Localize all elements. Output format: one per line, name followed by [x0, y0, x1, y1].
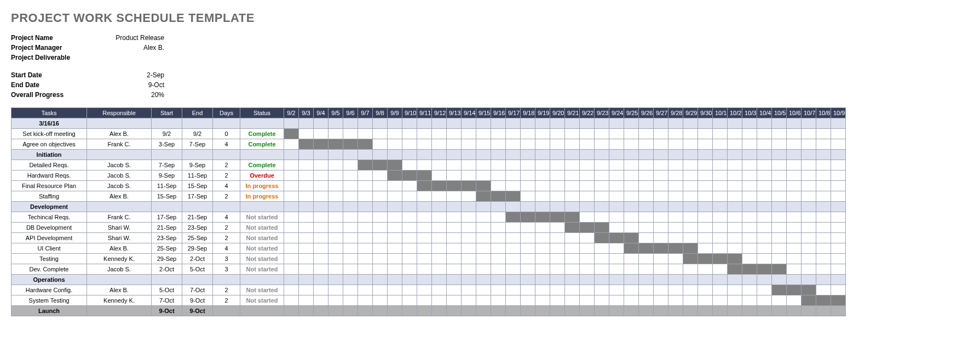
gantt-cell	[550, 306, 565, 316]
col-start: Start	[152, 108, 182, 118]
gantt-bar-cell	[639, 243, 654, 254]
gantt-cell	[343, 160, 358, 170]
section-cell	[152, 275, 182, 285]
gantt-cell	[447, 306, 462, 316]
gantt-cell	[639, 181, 654, 191]
col-date: 9/3	[299, 108, 314, 118]
col-date: 9/20	[550, 108, 565, 118]
gantt-cell	[802, 264, 816, 275]
gantt-cell	[284, 118, 299, 129]
gantt-cell	[639, 129, 654, 139]
gantt-cell	[402, 233, 417, 243]
gantt-cell	[314, 233, 328, 243]
gantt-cell	[373, 306, 388, 316]
gantt-cell	[521, 254, 535, 264]
gantt-cell	[816, 150, 831, 160]
gantt-cell	[432, 243, 447, 254]
gantt-cell	[609, 150, 624, 160]
gantt-cell	[373, 243, 388, 254]
gantt-cell	[565, 202, 580, 212]
gantt-cell	[535, 233, 550, 243]
task-cell: Hardware Config.	[11, 285, 87, 295]
gantt-cell	[358, 223, 373, 233]
gantt-cell	[521, 243, 535, 254]
gantt-cell	[609, 191, 624, 202]
gantt-cell	[476, 233, 491, 243]
gantt-cell	[388, 285, 402, 295]
gantt-cell	[787, 150, 802, 160]
table-header-row: Tasks Responsible Start End Days Status …	[11, 108, 846, 118]
gantt-cell	[314, 306, 328, 316]
gantt-cell	[831, 223, 846, 233]
gantt-cell	[580, 191, 595, 202]
status-cell: Not started	[240, 285, 284, 295]
gantt-cell	[358, 150, 373, 160]
gantt-cell	[284, 295, 299, 306]
gantt-cell	[432, 233, 447, 243]
col-date: 9/6	[343, 108, 358, 118]
end-cell: 25-Sep	[182, 233, 213, 243]
gantt-cell	[595, 285, 609, 295]
meta-project-manager: Alex B.	[104, 44, 164, 52]
gantt-cell	[462, 150, 476, 160]
gantt-cell	[668, 150, 683, 160]
gantt-cell	[802, 118, 816, 129]
col-date: 9/27	[654, 108, 668, 118]
gantt-cell	[698, 223, 713, 233]
gantt-cell	[358, 285, 373, 295]
end-cell: 9-Oct	[182, 295, 213, 306]
gantt-cell	[343, 191, 358, 202]
gantt-cell	[668, 139, 683, 150]
gantt-cell	[802, 191, 816, 202]
gantt-cell	[713, 306, 728, 316]
gantt-cell	[506, 233, 521, 243]
gantt-cell	[432, 275, 447, 285]
gantt-cell	[609, 295, 624, 306]
gantt-cell	[728, 223, 742, 233]
gantt-cell	[713, 139, 728, 150]
table-row: Dev. CompleteJacob S.2-Oct5-Oct3Not star…	[11, 264, 846, 275]
gantt-cell	[521, 129, 535, 139]
gantt-cell	[831, 243, 846, 254]
end-cell: 17-Sep	[182, 191, 213, 202]
gantt-cell	[462, 275, 476, 285]
gantt-cell	[772, 191, 787, 202]
gantt-cell	[742, 181, 757, 191]
gantt-cell	[550, 243, 565, 254]
gantt-cell	[373, 233, 388, 243]
gantt-cell	[624, 306, 639, 316]
gantt-cell	[491, 233, 506, 243]
col-date: 9/4	[314, 108, 328, 118]
end-cell: 7-Oct	[182, 285, 213, 295]
gantt-cell	[742, 306, 757, 316]
gantt-cell	[565, 295, 580, 306]
col-days: Days	[213, 108, 240, 118]
gantt-cell	[284, 285, 299, 295]
gantt-cell	[314, 285, 328, 295]
gantt-cell	[343, 295, 358, 306]
meta-end-date-label: End Date	[11, 81, 104, 89]
section-cell	[152, 118, 182, 129]
gantt-cell	[698, 285, 713, 295]
gantt-cell	[683, 129, 698, 139]
gantt-cell	[654, 264, 668, 275]
gantt-cell	[595, 254, 609, 264]
gantt-bar-cell	[654, 243, 668, 254]
gantt-cell	[284, 202, 299, 212]
gantt-bar-cell	[802, 295, 816, 306]
gantt-bar-cell	[402, 170, 417, 181]
gantt-cell	[284, 181, 299, 191]
gantt-cell	[388, 223, 402, 233]
table-row: Techincal Reqs.Frank C.17-Sep21-Sep4Not …	[11, 212, 846, 223]
gantt-cell	[802, 202, 816, 212]
gantt-cell	[624, 202, 639, 212]
gantt-cell	[802, 139, 816, 150]
gantt-cell	[358, 306, 373, 316]
col-date: 10/8	[816, 108, 831, 118]
gantt-cell	[683, 160, 698, 170]
gantt-cell	[816, 233, 831, 243]
days-cell: 2	[213, 223, 240, 233]
start-cell: 9/2	[152, 129, 182, 139]
gantt-cell	[314, 254, 328, 264]
gantt-cell	[417, 212, 432, 223]
